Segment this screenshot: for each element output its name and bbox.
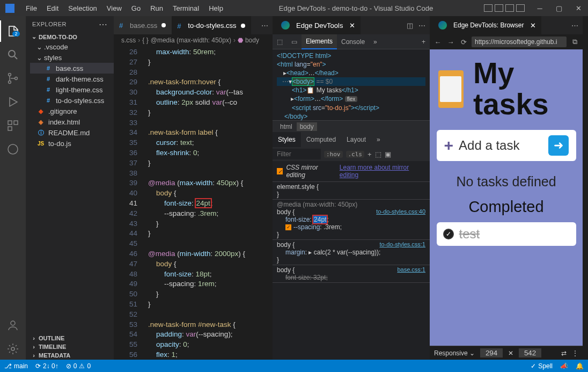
menu-view[interactable]: View [102,2,127,14]
close-icon[interactable]: ✕ [349,21,355,30]
tab-base-css[interactable]: #base.css [114,16,172,34]
layout-grid-icon[interactable] [516,4,525,12]
file-todo-styles[interactable]: #to-do-styles.css [30,95,114,106]
more-icon[interactable]: ⋯ [571,21,578,30]
add-tab-icon[interactable]: + [417,34,430,49]
responsive-dropdown[interactable]: Responsive ⌄ [434,349,475,357]
computed-tab[interactable]: Computed [301,132,341,147]
bell-icon[interactable]: 🔔 [576,362,584,370]
elements-tab[interactable]: Elements [302,34,337,49]
project-section[interactable]: ⌄DEMO-TO-DO [26,32,114,41]
learn-more-link[interactable]: Learn more about mirror editing [340,164,425,179]
menu-help[interactable]: Help [204,2,228,14]
search-icon[interactable] [0,44,26,65]
menu-selection[interactable]: Selection [63,2,101,14]
forward-icon[interactable]: → [446,38,455,46]
styles-tab[interactable]: Styles [273,132,301,147]
source-control-icon[interactable] [0,68,26,89]
cls-button[interactable]: .cls [346,151,365,158]
console-tab[interactable]: Console [337,34,369,49]
branch-status[interactable]: ⎇ main [4,362,28,370]
more-tabs-icon[interactable]: » [369,34,381,49]
source-link[interactable]: base.css:1 [397,266,425,273]
close-icon[interactable]: ✕ [569,0,588,16]
tab-browser[interactable]: Edge DevTools: Browser✕ [430,16,541,34]
extensions-icon[interactable] [0,115,26,136]
page-preview[interactable]: My tasks + Add a task ➜ No tasks defined… [430,49,583,346]
computed-icon[interactable]: ⬚ [375,150,381,158]
split-icon[interactable]: ◫ [407,21,413,30]
breadcrumb[interactable]: s.css› { }@media (max-width: 450px)› ⬣bo… [114,34,273,46]
dom-tree[interactable]: <!DOCTYPE html> <html lang="en"> ▸<head>… [273,49,430,120]
hov-button[interactable]: :hov [324,151,343,158]
file-dark-theme[interactable]: #dark-theme.css [30,74,114,84]
menu-terminal[interactable]: Terminal [168,2,204,14]
menu-run[interactable]: Run [145,2,168,14]
file-readme[interactable]: ⓘREADME.md [30,127,114,138]
checkbox-icon[interactable]: ✓ [277,168,283,174]
menu-edit[interactable]: Edit [42,2,63,14]
editor-tabs: #base.css #to-do-styles.css ⋯ [114,16,273,34]
close-icon[interactable]: ✕ [530,21,536,30]
source-link[interactable]: to-do-styles.css:1 [379,241,425,247]
settings-icon[interactable] [0,338,26,360]
file-light-theme[interactable]: #light-theme.css [30,84,114,95]
maximize-icon[interactable]: ▢ [549,0,569,16]
completed-item[interactable]: ✓ test [437,222,576,246]
tab-todo-styles[interactable]: #to-do-styles.css [172,16,251,34]
vscode-logo-icon [5,4,14,13]
menu-file[interactable]: File [21,2,42,14]
more-tabs-icon[interactable]: » [371,132,386,147]
spell-status[interactable]: ✓ Spell [531,362,553,370]
file-gitignore[interactable]: ◆.gitignore [30,106,114,116]
account-icon[interactable] [0,315,26,336]
more-icon[interactable]: ▣ [385,150,391,158]
problems-status[interactable]: ⊘ 0 ⚠ 0 [66,362,91,370]
inspect-icon[interactable]: ⬚ [273,34,287,49]
layout-icon[interactable] [484,4,493,12]
run-debug-icon[interactable] [0,91,26,113]
url-input[interactable] [472,37,567,47]
edge-tools-icon[interactable] [0,138,26,160]
layout-icon[interactable] [495,4,503,12]
folder-vscode[interactable]: ⌄.vscode [30,41,114,52]
styles-pane[interactable]: element.style { } @media (max-width: 450… [273,182,430,360]
layout-tab[interactable]: Layout [341,132,371,147]
more-icon[interactable]: ⋯ [261,21,268,30]
sync-status[interactable]: ⟳ 2↓ 0↑ [35,362,58,370]
width-input[interactable] [480,348,503,358]
add-rule-icon[interactable]: + [367,150,372,158]
menu-go[interactable]: Go [127,2,145,14]
back-icon[interactable]: ← [433,38,443,46]
dom-breadcrumbs[interactable]: htmlbody [273,120,430,132]
folder-styles[interactable]: ⌄styles [30,52,114,63]
svg-point-1 [9,74,11,76]
feedback-icon[interactable]: 📣 [560,362,568,370]
submit-icon[interactable]: ➜ [548,135,569,156]
more-icon[interactable]: ⋮ [572,349,578,357]
layout-icon[interactable] [505,4,514,12]
height-input[interactable] [519,348,541,358]
browser-nav-bar: ← → ⟳ ⧉ [430,34,583,49]
outline-section[interactable]: ›OUTLINE [26,334,114,342]
styles-filter-bar: :hov .cls + ⬚ ▣ [273,147,430,161]
device-icon[interactable]: ▭ [287,34,302,49]
file-index-html[interactable]: ◈index.html [30,116,114,127]
explorer-icon[interactable]: 2 [0,20,26,42]
minimize-icon[interactable]: ─ [530,0,549,16]
metadata-section[interactable]: ›METADATA [26,351,114,360]
timeline-section[interactable]: ›TIMELINE [26,342,114,351]
more-icon[interactable]: ⋯ [418,21,425,30]
file-base-css[interactable]: #base.css [30,63,114,74]
open-external-icon[interactable]: ⧉ [570,38,579,46]
file-todo-js[interactable]: JSto-do.js [30,138,114,149]
svg-point-7 [8,144,18,154]
reload-icon[interactable]: ⟳ [459,38,468,46]
rotate-icon[interactable]: ⇄ [561,349,567,357]
source-link[interactable]: to-do-styles.css:40 [376,208,425,215]
filter-input[interactable] [273,149,321,159]
tab-edge-devtools[interactable]: Edge DevTools✕ [273,16,361,34]
more-icon[interactable]: ⋯ [99,19,108,30]
add-task-bar[interactable]: + Add a task ➜ [437,130,576,161]
code-editor[interactable]: 2627282930313233343536373839404142434445… [114,46,273,360]
